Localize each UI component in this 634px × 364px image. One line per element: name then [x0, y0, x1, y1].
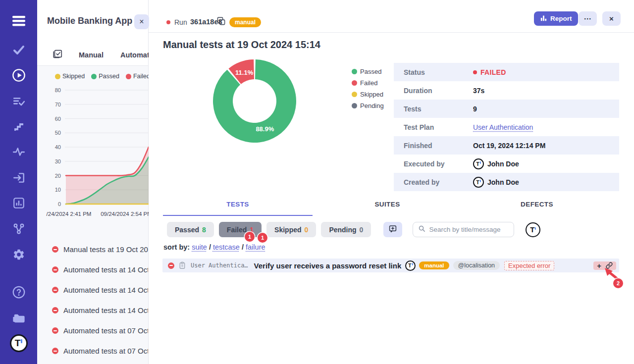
run-list-item[interactable]: Automated tests at 07 Oct 2024 [37, 320, 148, 341]
failed-status-icon [52, 287, 58, 293]
user-avatar: T [473, 177, 484, 188]
info-label: Tests [404, 105, 473, 113]
svg-text:30: 30 [55, 158, 61, 164]
filter-failed[interactable]: Failed11 [219, 222, 262, 237]
legend-label: Passed [99, 73, 119, 80]
filter-skipped[interactable]: Skipped0 [266, 222, 316, 237]
svg-text:09/24/2024 2:54 PM: 09/24/2024 2:54 PM [101, 211, 149, 217]
suite-name[interactable]: User Authentica… [191, 262, 248, 269]
run-title: Manual tests at 19 Oct 2024 [63, 245, 148, 254]
failed-status-icon [52, 266, 58, 273]
legend-label: Pending [360, 102, 384, 109]
failed-status-icon [52, 348, 58, 354]
activity-icon[interactable] [12, 146, 25, 158]
legend-label: Failed [360, 79, 377, 87]
run-title: Automated tests at 07 Oct 2024 [63, 326, 148, 335]
svg-text:10: 10 [55, 187, 61, 193]
svg-text:/24/2024 2:41 PM: /24/2024 2:41 PM [47, 211, 92, 217]
run-title: Automated tests at 14 Oct 2024 [63, 306, 148, 314]
sort-separator: / [209, 243, 213, 251]
gear-icon[interactable] [12, 248, 25, 261]
tab-suites[interactable]: SUITES [313, 201, 462, 216]
legend-dot [352, 92, 357, 97]
legend-label: Failed [133, 73, 150, 80]
sidebar: T [0, 0, 37, 364]
search-input[interactable] [429, 226, 517, 233]
menu-icon[interactable] [11, 15, 26, 27]
run-title: Automated tests at 14 Oct 2024 [63, 286, 148, 294]
donut-legend-item: Skipped [352, 91, 384, 98]
info-label: Duration [404, 87, 473, 95]
filter-pending[interactable]: Pending0 [321, 222, 371, 237]
user-avatar[interactable]: T [526, 222, 540, 237]
sign-in-icon[interactable] [12, 171, 25, 184]
filter-label: Pending [329, 226, 356, 234]
info-row: Test PlanUser Authentication [394, 118, 619, 136]
report-label: Report [550, 15, 572, 22]
info-row: StatusFAILED [394, 63, 619, 81]
filter-label: Skipped [274, 226, 301, 234]
info-value[interactable]: User Authentication [473, 123, 533, 131]
filter-passed[interactable]: Passed8 [167, 222, 214, 237]
run-info-table: StatusFAILEDDuration37sTests9Test PlanUs… [394, 63, 619, 191]
run-list-item[interactable]: Automated tests at 14 Oct 2024 [37, 280, 148, 300]
error-label[interactable]: Expected error [504, 261, 554, 270]
steps-icon[interactable] [13, 121, 25, 133]
sort-by-testcase[interactable]: testcase [213, 243, 240, 251]
legend-dot [55, 74, 60, 79]
legend-dot [91, 74, 97, 79]
info-row: Executed byTJohn Doe [394, 155, 619, 173]
add-icon[interactable]: + [597, 262, 601, 269]
runs-list: Manual tests at 19 Oct 2024Automated tes… [37, 239, 148, 361]
info-label: Executed by [404, 160, 473, 168]
report-button[interactable]: Report [534, 11, 578, 26]
more-actions-button[interactable]: ⋯ [579, 11, 597, 26]
sort-by-suite[interactable]: suite [192, 243, 207, 251]
annotation-step-2: 2 [613, 278, 623, 288]
user-avatar: T [473, 158, 484, 169]
run-list-item[interactable]: Manual tests at 19 Oct 2024 [37, 239, 148, 260]
copy-run-id-button[interactable] [216, 16, 226, 27]
mini-legend-item: Failed [126, 73, 150, 80]
folder-icon[interactable] [12, 312, 26, 325]
info-label: Created by [404, 178, 473, 186]
sort-by-failure[interactable]: failure [246, 243, 265, 251]
run-list-item[interactable]: Automated tests at 07 Oct 2024 [37, 341, 148, 361]
panel-close-button[interactable]: × [134, 14, 149, 29]
run-list-item[interactable]: Automated tests at 14 Oct 2024 [37, 300, 148, 320]
panel-tab-manual[interactable]: Manual [79, 51, 104, 59]
result-tabs: TESTSSUITESDEFECTS [163, 201, 612, 216]
user-name: John Doe [487, 178, 519, 186]
info-label: Status [404, 68, 473, 76]
test-type-badge: manual [419, 261, 449, 269]
bar-chart-icon[interactable] [12, 197, 25, 209]
info-value: Oct 19, 2024 12:14 PM [473, 142, 545, 150]
run-close-button[interactable]: × [602, 11, 621, 26]
user-name: John Doe [487, 160, 519, 168]
testomat-logo-icon[interactable]: T [10, 334, 28, 352]
tab-tests[interactable]: TESTS [163, 201, 313, 216]
test-title[interactable]: Verify user receives a password reset li… [254, 261, 402, 270]
test-plan-link[interactable]: User Authentication [473, 123, 533, 131]
annotation-step-1-badge: 1 [258, 233, 267, 243]
test-result-row[interactable]: User Authentica… Verify user receives a … [162, 259, 619, 272]
play-circle-icon[interactable] [12, 68, 26, 82]
filter-label: Passed [175, 226, 199, 234]
info-label: Test Plan [404, 123, 473, 131]
runs-trend-chart: 80706050403020100/24/2024 2:41 PM09/24/2… [37, 85, 149, 224]
legend-label: Passed [360, 68, 381, 75]
info-row: FinishedOct 19, 2024 12:14 PM [394, 136, 619, 155]
filter-count: 8 [202, 226, 206, 234]
legend-dot [352, 103, 357, 108]
check-icon[interactable] [12, 44, 25, 56]
list-check-icon[interactable] [12, 95, 25, 108]
annotation-step-1: 1 [245, 232, 255, 242]
branch-icon[interactable] [12, 222, 25, 235]
panel-header: Mobile Banking App × Manual Automated [37, 0, 148, 66]
legend-dot [126, 74, 131, 79]
help-icon[interactable] [12, 286, 25, 299]
tab-defects[interactable]: DEFECTS [462, 201, 612, 216]
test-tag[interactable]: @localisation [453, 261, 500, 270]
add-comment-button[interactable] [383, 222, 402, 237]
run-list-item[interactable]: Automated tests at 14 Oct 2024 [37, 260, 148, 280]
